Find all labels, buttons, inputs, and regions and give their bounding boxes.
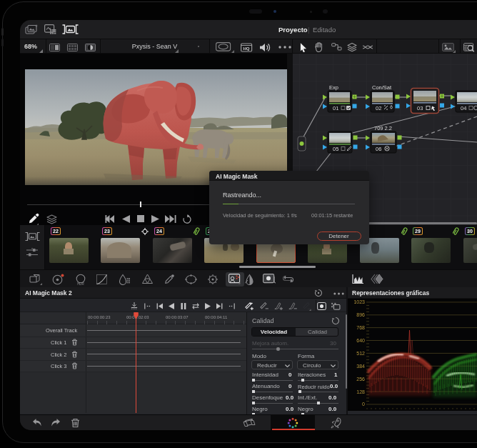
svg-text:03: 03 xyxy=(417,105,423,111)
svg-text:896: 896 xyxy=(356,312,365,317)
svg-text:HQ: HQ xyxy=(243,46,250,51)
svg-text:0: 0 xyxy=(362,402,365,407)
svg-text:1023: 1023 xyxy=(353,299,365,304)
svg-text:HDR: HDR xyxy=(77,282,84,285)
svg-text:256: 256 xyxy=(356,377,365,382)
svg-text:128: 128 xyxy=(356,389,365,394)
svg-text:Exp: Exp xyxy=(329,84,338,91)
svg-text:02: 02 xyxy=(376,105,381,111)
svg-text:384: 384 xyxy=(356,364,365,369)
svg-text:768: 768 xyxy=(356,325,365,330)
svg-text:640: 640 xyxy=(356,338,365,343)
svg-text:709 2.2: 709 2.2 xyxy=(374,125,392,131)
svg-text:04: 04 xyxy=(461,105,466,111)
svg-text:06: 06 xyxy=(376,146,381,152)
svg-text:Con/Sat: Con/Sat xyxy=(372,84,392,91)
svg-text:05: 05 xyxy=(333,146,338,152)
svg-text:512: 512 xyxy=(356,351,365,356)
svg-text:01: 01 xyxy=(333,105,338,111)
